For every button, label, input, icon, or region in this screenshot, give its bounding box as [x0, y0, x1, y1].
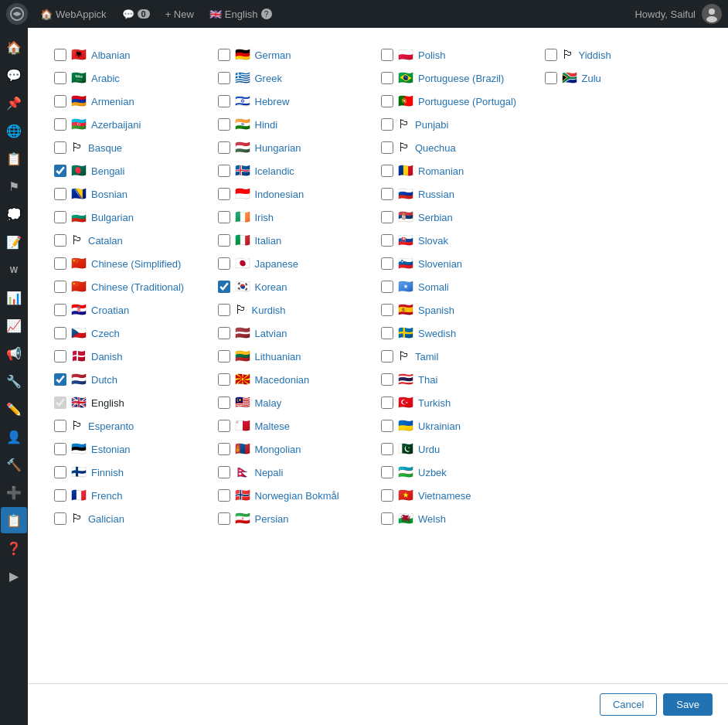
- language-checkbox-hindi[interactable]: [218, 118, 230, 131]
- language-checkbox-quechua[interactable]: [381, 141, 393, 154]
- language-name[interactable]: Basque: [88, 142, 122, 154]
- language-name[interactable]: Welsh: [418, 513, 446, 525]
- save-button[interactable]: Save: [663, 693, 713, 716]
- language-name[interactable]: Vietnamese: [418, 490, 471, 502]
- language-checkbox-norwegian-bokmål[interactable]: [218, 489, 230, 502]
- language-name[interactable]: Finnish: [91, 467, 124, 478]
- language-name[interactable]: Uzbek: [418, 467, 447, 478]
- language-checkbox-kurdish[interactable]: [218, 304, 230, 316]
- sidebar-icon-add[interactable]: ➕: [1, 479, 27, 505]
- language-checkbox-greek[interactable]: [218, 72, 230, 84]
- language-checkbox-italian[interactable]: [218, 234, 230, 247]
- language-checkbox-irish[interactable]: [218, 211, 230, 223]
- language-name[interactable]: Russian: [418, 189, 454, 200]
- language-name[interactable]: Swedish: [418, 328, 456, 339]
- language-checkbox-icelandic[interactable]: [218, 165, 230, 177]
- cancel-button[interactable]: Cancel: [600, 693, 657, 716]
- language-checkbox-ukrainian[interactable]: [381, 420, 393, 432]
- sidebar-icon-edit[interactable]: ✏️: [1, 396, 27, 422]
- sidebar-icon-pin[interactable]: 📌: [1, 90, 27, 116]
- language-name[interactable]: Polish: [418, 49, 445, 61]
- language-name[interactable]: Albanian: [91, 49, 131, 61]
- language-name[interactable]: Bengali: [91, 165, 124, 177]
- language-name[interactable]: Czech: [91, 328, 120, 339]
- language-name[interactable]: Croatian: [91, 305, 129, 316]
- language-checkbox-finnish[interactable]: [54, 466, 66, 478]
- language-name[interactable]: Macedonian: [255, 374, 310, 386]
- language-name[interactable]: Punjabi: [415, 119, 448, 131]
- sidebar-icon-tools[interactable]: 🔧: [1, 368, 27, 394]
- sidebar-icon-table[interactable]: 📊: [1, 284, 27, 311]
- language-checkbox-slovak[interactable]: [381, 234, 393, 247]
- language-name[interactable]: Chinese (Traditional): [91, 281, 184, 293]
- language-name[interactable]: Hebrew: [255, 96, 290, 107]
- language-checkbox-azerbaijani[interactable]: [54, 118, 66, 131]
- language-name[interactable]: Hungarian: [255, 142, 301, 154]
- language-name[interactable]: Spanish: [418, 305, 454, 316]
- sidebar-icon-posts[interactable]: 📝: [1, 229, 27, 255]
- language-checkbox-urdu[interactable]: [381, 443, 393, 455]
- language-checkbox-bengali[interactable]: [54, 165, 66, 177]
- language-checkbox-welsh[interactable]: [381, 512, 393, 525]
- language-name[interactable]: Dutch: [91, 374, 117, 386]
- language-name[interactable]: Tamil: [415, 351, 438, 362]
- sidebar-icon-pages[interactable]: 📋: [1, 145, 27, 172]
- language-checkbox-turkish[interactable]: [381, 397, 393, 409]
- language-checkbox-indonesian[interactable]: [218, 188, 230, 200]
- language-checkbox-uzbek[interactable]: [381, 466, 393, 478]
- language-name[interactable]: Galician: [88, 513, 124, 525]
- language-name[interactable]: Latvian: [255, 328, 287, 339]
- language-checkbox-french[interactable]: [54, 489, 66, 502]
- language-checkbox-albanian[interactable]: [54, 49, 66, 61]
- user-avatar[interactable]: [702, 4, 722, 24]
- language-checkbox-czech[interactable]: [54, 327, 66, 339]
- language-name[interactable]: Japanese: [255, 258, 298, 270]
- sidebar-icon-users[interactable]: 👤: [1, 424, 27, 450]
- language-checkbox-dutch[interactable]: [54, 373, 66, 386]
- language-checkbox-vietnamese[interactable]: [381, 489, 393, 502]
- language-checkbox-romanian[interactable]: [381, 165, 393, 177]
- sidebar-icon-feedback[interactable]: 💭: [1, 201, 27, 227]
- language-name[interactable]: Serbian: [418, 212, 453, 223]
- language-name[interactable]: Azerbaijani: [91, 119, 141, 131]
- language-name[interactable]: Slovak: [418, 235, 448, 247]
- language-name[interactable]: German: [255, 49, 291, 61]
- language-name[interactable]: Hindi: [255, 119, 278, 131]
- language-name[interactable]: Armenian: [91, 96, 134, 107]
- sidebar-icon-analytics[interactable]: 📈: [1, 312, 27, 339]
- language-name[interactable]: Quechua: [415, 142, 456, 154]
- language-checkbox-croatian[interactable]: [54, 304, 66, 316]
- language-name[interactable]: Portuguese (Portugal): [418, 96, 516, 107]
- language-checkbox-bosnian[interactable]: [54, 188, 66, 200]
- language-checkbox-malay[interactable]: [218, 397, 230, 409]
- language-name[interactable]: Zulu: [582, 73, 601, 84]
- language-name[interactable]: Catalan: [88, 235, 123, 247]
- language-name[interactable]: Portuguese (Brazil): [418, 73, 504, 84]
- language-checkbox-japanese[interactable]: [218, 257, 230, 270]
- language-name[interactable]: Yiddish: [579, 49, 611, 61]
- language-checkbox-polish[interactable]: [381, 49, 393, 61]
- language-name[interactable]: Persian: [255, 513, 289, 525]
- sidebar-icon-help[interactable]: ❓: [1, 535, 27, 561]
- language-checkbox-serbian[interactable]: [381, 211, 393, 223]
- language-checkbox-esperanto[interactable]: [54, 420, 66, 432]
- language-checkbox-slovenian[interactable]: [381, 257, 393, 270]
- language-checkbox-russian[interactable]: [381, 188, 393, 200]
- language-checkbox-german[interactable]: [218, 49, 230, 61]
- language-checkbox-catalan[interactable]: [54, 234, 66, 247]
- sidebar-icon-flag[interactable]: ⚑: [1, 173, 27, 199]
- language-name[interactable]: Icelandic: [255, 165, 294, 177]
- language-name[interactable]: Italian: [255, 235, 282, 247]
- language-name[interactable]: Lithuanian: [255, 351, 301, 362]
- wp-logo[interactable]: [6, 3, 28, 25]
- language-checkbox-latvian[interactable]: [218, 327, 230, 339]
- language-checkbox-danish[interactable]: [54, 350, 66, 362]
- sidebar-icon-play[interactable]: ▶: [1, 563, 27, 589]
- language-checkbox-spanish[interactable]: [381, 304, 393, 316]
- sidebar-icon-marketing[interactable]: 📢: [1, 340, 27, 366]
- language-name[interactable]: Slovenian: [418, 258, 462, 270]
- language-checkbox-hebrew[interactable]: [218, 95, 230, 107]
- language-checkbox-english[interactable]: [54, 397, 66, 409]
- language-checkbox-persian[interactable]: [218, 512, 230, 525]
- language-name[interactable]: Estonian: [91, 444, 131, 455]
